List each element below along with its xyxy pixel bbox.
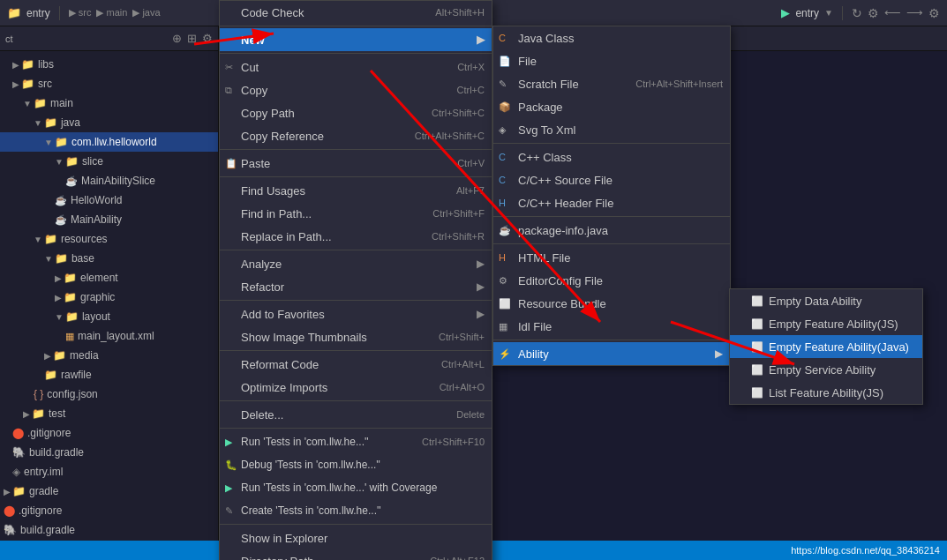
iml-icon: ◈	[12, 466, 20, 478]
tree-item-test[interactable]: ▶ 📁 test	[0, 404, 218, 423]
tree-item-config[interactable]: { } config.json	[0, 385, 218, 404]
add-favorites-arrow-icon: ▶	[477, 308, 485, 320]
tree-item-mais[interactable]: ☕ MainAbilitySlice	[0, 171, 218, 190]
tree-item-hello[interactable]: ☕ HelloWorld	[0, 190, 218, 210]
debug-tests-icon: 🐛	[225, 459, 237, 471]
ability-item-empty-data[interactable]: ⬜ Empty Data Ability	[730, 289, 922, 312]
menu-run-coverage[interactable]: ▶ Run 'Tests in 'com.llw.he...' with Cov…	[220, 476, 492, 499]
submenu-resource-bundle[interactable]: ⬜ Resource Bundle	[493, 292, 730, 315]
run-coverage-icon: ▶	[225, 482, 232, 494]
menu-show-explorer[interactable]: Show in Explorer	[220, 526, 492, 549]
reformat-label: Reformat Code	[241, 358, 319, 371]
menu-paste[interactable]: 📋 Paste Ctrl+V	[220, 152, 492, 175]
tree-item-buildgradle2[interactable]: 🐘 build.gradle	[0, 520, 218, 540]
menu-directory-path[interactable]: Directory Path Ctrl+Alt+F12	[220, 549, 492, 560]
analyze-arrow-icon: ▶	[477, 258, 485, 270]
ability-item-empty-feature-js[interactable]: ⬜ Empty Feature Ability(JS)	[730, 312, 922, 335]
sidebar-target-icon[interactable]: ⊕	[172, 32, 182, 45]
code-check-label: Code Check	[241, 6, 304, 19]
tree-item-graphic[interactable]: ▶ 📁 graphic	[0, 287, 218, 307]
ability-item-list-feature-js[interactable]: ⬜ List Feature Ability(JS)	[730, 381, 922, 404]
tree-item-slice[interactable]: ▼ 📁 slice	[0, 152, 218, 171]
menu-add-favorites[interactable]: Add to Favorites ▶	[220, 302, 492, 325]
file-label: File	[518, 55, 537, 68]
menu-find-in-path[interactable]: Find in Path... Ctrl+Shift+F	[220, 202, 492, 225]
menu-refactor[interactable]: Refactor ▶	[220, 275, 492, 298]
tree-item-gitignore[interactable]: ⬤ .gitignore	[0, 423, 218, 443]
submenu-ability[interactable]: ⚡ Ability ▶	[493, 342, 730, 365]
submenu-svg-to-xml[interactable]: ◈ Svg To Xml	[493, 118, 730, 141]
tree-item-media[interactable]: ▶ 📁 media	[0, 346, 218, 365]
buildgradle-icon: 🐘	[12, 446, 26, 459]
menu-cut[interactable]: ✂ Cut Ctrl+X	[220, 56, 492, 78]
menu-copy-reference[interactable]: Copy Reference Ctrl+Alt+Shift+C	[220, 124, 492, 147]
menu-analyze[interactable]: Analyze ▶	[220, 252, 492, 275]
submenu-cpp-header[interactable]: H C/C++ Header File	[493, 191, 730, 214]
git-icon2: ⬤	[4, 504, 15, 517]
ability-item-empty-service[interactable]: ⬜ Empty Service Ability	[730, 358, 922, 381]
menu-create-tests[interactable]: ✎ Create 'Tests in 'com.llw.he...''	[220, 499, 492, 522]
tree-item-element[interactable]: ▶ 📁 element	[0, 268, 218, 287]
expand-src: ▶	[12, 79, 19, 89]
expand-test: ▶	[23, 409, 30, 419]
src-folder-icon: 📁	[21, 78, 34, 90]
tree-item-layout[interactable]: ▼ 📁 layout	[0, 307, 218, 326]
tree-item-base[interactable]: ▼ 📁 base	[0, 249, 218, 268]
submenu-scratch-file[interactable]: ✎ Scratch File Ctrl+Alt+Shift+Insert	[493, 72, 730, 95]
tree-item-src[interactable]: ▶ 📁 src	[0, 74, 218, 93]
tree-item-entryiml[interactable]: ◈ entry.iml	[0, 462, 218, 482]
submenu-idl-file[interactable]: ▦ Idl File	[493, 315, 730, 338]
sidebar-layout-icon[interactable]: ⊞	[187, 32, 197, 45]
replace-in-path-label: Replace in Path...	[241, 230, 332, 243]
ability-item-empty-feature-java[interactable]: ⬜ Empty Feature Ability(Java)	[730, 335, 922, 358]
menu-reformat[interactable]: Reformat Code Ctrl+Alt+L	[220, 353, 492, 376]
tree-item-com[interactable]: ▼ 📁 com.llw.helloworld	[0, 132, 218, 152]
tree-item-main[interactable]: ▼ 📁 main	[0, 93, 218, 113]
menu-delete[interactable]: Delete... Delete	[220, 403, 492, 426]
toolbar-settings-icon[interactable]: ⚙	[928, 6, 940, 20]
menu-sep-7	[220, 350, 492, 351]
submenu-package-info[interactable]: ☕ package-info.java	[493, 219, 730, 242]
tree-item-libs[interactable]: ▶ 📁 libs	[0, 55, 218, 74]
base-label: base	[71, 252, 94, 265]
tree-item-mainlayout[interactable]: ▦ main_layout.xml	[0, 326, 218, 346]
submenu-html-file[interactable]: H HTML File	[493, 246, 730, 269]
toolbar-project-label: entry	[26, 7, 50, 19]
sidebar-settings-icon[interactable]: ⚙	[202, 32, 213, 45]
menu-show-thumbnails[interactable]: Show Image Thumbnails Ctrl+Shift+	[220, 325, 492, 348]
menu-code-check[interactable]: Code Check Alt+Shift+H	[220, 1, 492, 24]
tree-item-java[interactable]: ▼ 📁 java	[0, 113, 218, 132]
tree-item-resources[interactable]: ▼ 📁 resources	[0, 229, 218, 249]
menu-copy[interactable]: ⧉ Copy Ctrl+C	[220, 78, 492, 101]
submenu-cpp-source[interactable]: C C/C++ Source File	[493, 168, 730, 191]
editorconfig-label: EditorConfig File	[518, 274, 603, 287]
toolbar-refresh-icon[interactable]: ↻	[852, 6, 862, 20]
submenu-file[interactable]: 📄 File	[493, 49, 730, 72]
toolbar-fwd-icon[interactable]: ⟶	[906, 6, 923, 19]
menu-find-usages[interactable]: Find Usages Alt+F7	[220, 179, 492, 202]
tree-item-rawfile[interactable]: 📁 rawfile	[0, 365, 218, 385]
tree-item-mainability[interactable]: ☕ MainAbility	[0, 210, 218, 229]
tree-item-buildgradle[interactable]: 🐘 build.gradle	[0, 443, 218, 462]
toolbar-gear-icon[interactable]: ⚙	[868, 6, 879, 20]
menu-debug-tests[interactable]: 🐛 Debug 'Tests in 'com.llw.he...''	[220, 453, 492, 476]
tree-item-gitignore2[interactable]: ⬤ .gitignore	[0, 501, 218, 520]
menu-run-tests[interactable]: ▶ Run 'Tests in 'com.llw.he...'' Ctrl+Sh…	[220, 430, 492, 453]
submenu-package[interactable]: 📦 Package	[493, 95, 730, 118]
submenu-sep-4	[493, 340, 730, 340]
menu-copy-path[interactable]: Copy Path Ctrl+Shift+C	[220, 101, 492, 124]
media-folder-icon: 📁	[53, 349, 66, 362]
submenu-editorconfig[interactable]: ⚙ EditorConfig File	[493, 269, 730, 292]
empty-service-label: Empty Service Ability	[769, 363, 876, 377]
submenu-cpp-class[interactable]: C C++ Class	[493, 146, 730, 168]
menu-optimize-imports[interactable]: Optimize Imports Ctrl+Alt+O	[220, 376, 492, 399]
toolbar-dropdown-icon[interactable]: ▼	[824, 8, 833, 18]
menu-new[interactable]: New ▶	[220, 28, 492, 51]
toolbar-nav-icon[interactable]: ⟵	[884, 6, 901, 19]
ability-arrow-icon: ▶	[715, 347, 723, 360]
analyze-label: Analyze	[241, 258, 282, 271]
tree-item-gradle-root[interactable]: ▶ 📁 gradle	[0, 482, 218, 501]
base-folder-icon: 📁	[55, 252, 68, 265]
menu-replace-in-path[interactable]: Replace in Path... Ctrl+Shift+R	[220, 225, 492, 248]
submenu-java-class[interactable]: C Java Class	[493, 26, 730, 49]
